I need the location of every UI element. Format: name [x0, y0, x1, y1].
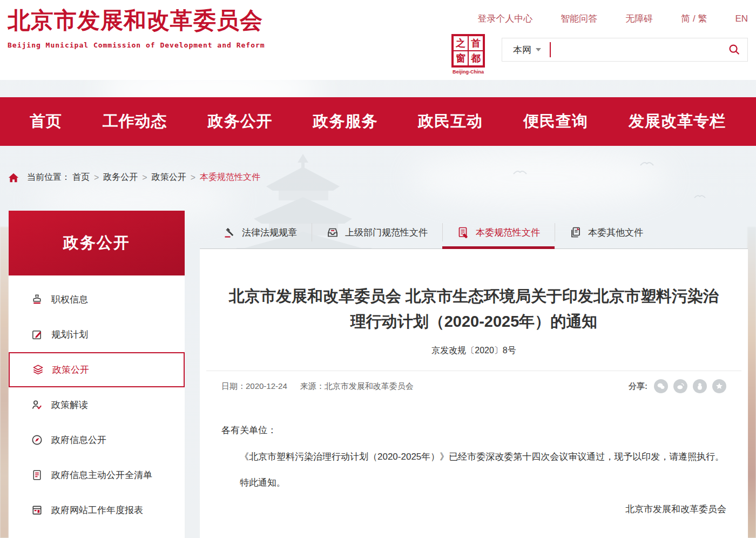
share-bar: 分享: [629, 379, 726, 393]
search-scope-label: 本网 [513, 44, 531, 56]
salutation: 各有关单位： [221, 419, 726, 442]
article-date: 2020-12-24 [246, 381, 287, 391]
share-buttons [654, 379, 726, 393]
breadcrumb-link[interactable]: 政策公开 [152, 172, 186, 183]
share-button[interactable] [693, 379, 707, 393]
divider [206, 371, 741, 371]
sidebar-item-label: 政府信息主动公开全清单 [51, 469, 152, 481]
stamp-icon [30, 293, 43, 306]
breadcrumb-label: 当前位置： [27, 172, 70, 183]
top-utility-links: 登录个人中心智能问答无障碍简 / 繁EN [477, 12, 748, 25]
site-logo-subtitle: Beijing Municipal Commission of Developm… [8, 41, 265, 49]
inbox-icon [326, 226, 339, 239]
document-number: 京发改规〔2020〕8号 [221, 345, 726, 357]
seal-character: 首 [468, 36, 483, 51]
home-icon [8, 172, 19, 183]
top-utility-link[interactable]: 登录个人中心 [477, 12, 532, 25]
sidebar-item-label: 规划计划 [51, 328, 88, 341]
article-meta-row: 日期：2020-12-24来源：北京市发展和改革委员会 分享: [221, 379, 726, 393]
sidebar-item-label: 政策公开 [52, 364, 89, 376]
sidebar-item[interactable]: 政府网站工作年度报表 [9, 493, 185, 528]
share-button[interactable] [654, 379, 668, 393]
right-edge-background-image [747, 227, 756, 538]
bird-decoration [694, 193, 706, 199]
source-label: 来源： [300, 381, 325, 391]
search-scope-dropdown[interactable]: 本网 [502, 44, 541, 56]
sidebar-menu: 职权信息 规划计划 政策公开 政策解读 政府信息公开 [9, 275, 185, 538]
nav-item[interactable]: 便民查询 [523, 111, 588, 132]
sidebar-item-label: 政府网站工作年度报表 [51, 504, 143, 516]
seal-character: 都 [468, 51, 483, 66]
sidebar-item[interactable]: 政府信息主动公开全清单 [9, 458, 185, 493]
capital-window-seal-logo[interactable]: 之首窗都 Beijing-China [451, 34, 485, 75]
sidebar-item[interactable]: 规划计划 [9, 317, 185, 352]
nav-item[interactable]: 发展改革专栏 [629, 111, 726, 132]
paragraph: 《北京市塑料污染治理行动计划（2020-2025年）》已经市委深改委第十四次会议… [221, 446, 726, 469]
nav-item[interactable]: 政务公开 [208, 111, 273, 132]
tab[interactable]: 上级部门规范性文件 [312, 216, 442, 248]
document-category-tabs: 法律法规规章 上级部门规范性文件 本委规范性文件 本委其他文件 [200, 216, 748, 249]
sidebar-item-label: 政策解读 [51, 399, 88, 411]
sidebar-item-label: 职权信息 [51, 293, 88, 306]
gavel-icon [223, 226, 236, 239]
site-logo[interactable]: 北京市发展和改革委员会 Beijing Municipal Commission… [8, 8, 265, 49]
site-logo-title: 北京市发展和改革委员会 [8, 8, 265, 33]
nav-item[interactable]: 政务服务 [313, 111, 377, 132]
tab[interactable]: 本委规范性文件 [442, 216, 555, 248]
share-label: 分享: [629, 381, 647, 392]
sidebar-item[interactable]: 决策目录 [9, 528, 185, 538]
sidebar: 政务公开 职权信息 规划计划 政策公开 政策解读 [9, 211, 185, 538]
main-navigation: 首页工作动态政务公开政务服务政民互动便民查询发展改革专栏 [0, 97, 756, 146]
share-button[interactable] [712, 379, 726, 393]
wechat-icon [656, 381, 666, 391]
site-search-bar: 本网 [502, 38, 748, 62]
person-check-icon [30, 399, 43, 412]
seal-grid: 之首窗都 [451, 34, 485, 68]
sidebar-item[interactable]: 职权信息 [9, 282, 185, 317]
top-utility-link[interactable]: 简 / 繁 [681, 12, 707, 25]
search-button[interactable] [724, 39, 745, 60]
article-body: 各有关单位： 《北京市塑料污染治理行动计划（2020-2025年）》已经市委深改… [221, 419, 726, 521]
search-icon [727, 43, 741, 57]
breadcrumb-separator: > [191, 173, 195, 183]
nav-item[interactable]: 首页 [30, 111, 62, 132]
document-pen-icon [457, 226, 470, 239]
tab-label: 法律法规规章 [242, 226, 297, 239]
top-utility-link[interactable]: EN [735, 14, 748, 24]
search-cursor-divider [550, 42, 551, 57]
tab[interactable]: 本委其他文件 [555, 216, 658, 248]
sidebar-item[interactable]: 政府信息公开 [9, 422, 185, 458]
top-utility-link[interactable]: 智能问答 [561, 12, 597, 25]
breadcrumb-separator: > [94, 173, 99, 183]
nav-item[interactable]: 政民互动 [418, 111, 483, 132]
tab-label: 上级部门规范性文件 [345, 226, 428, 239]
sidebar-item[interactable]: 政策公开 [9, 352, 185, 387]
compass-icon [30, 434, 43, 447]
left-edge-background-image [0, 227, 9, 538]
nav-item[interactable]: 工作动态 [103, 111, 167, 132]
sidebar-title: 政务公开 [9, 211, 185, 275]
share-button[interactable] [673, 379, 687, 393]
breadcrumb-separator: > [142, 173, 147, 183]
seal-character: 之 [453, 36, 468, 51]
article-panel: 北京市发展和改革委员会 北京市生态环境局关于印发北京市塑料污染治理行动计划（20… [200, 249, 748, 538]
tab-label: 本委规范性文件 [476, 226, 540, 239]
breadcrumb-links: 首页>政务公开>政策公开> [70, 172, 198, 183]
top-utility-link[interactable]: 无障碍 [625, 12, 653, 25]
sidebar-item[interactable]: 政策解读 [9, 387, 185, 422]
breadcrumb-link[interactable]: 首页 [72, 172, 90, 183]
seal-character: 窗 [453, 51, 468, 66]
article-title: 北京市发展和改革委员会 北京市生态环境局关于印发北京市塑料污染治理行动计划（20… [223, 284, 725, 334]
files-icon [569, 226, 582, 239]
search-input[interactable] [555, 39, 719, 60]
edit-icon [30, 328, 43, 341]
star-icon [714, 381, 724, 391]
qq-icon [695, 381, 705, 391]
site-header: 北京市发展和改革委员会 Beijing Municipal Commission… [0, 0, 756, 80]
article-source: 北京市发展和改革委员会 [325, 381, 414, 391]
tab[interactable]: 法律法规规章 [208, 216, 312, 248]
breadcrumb-link[interactable]: 政务公开 [103, 172, 138, 183]
tab-label: 本委其他文件 [588, 226, 643, 239]
paragraph: 特此通知。 [221, 472, 726, 495]
seal-caption: Beijing-China [451, 69, 485, 75]
